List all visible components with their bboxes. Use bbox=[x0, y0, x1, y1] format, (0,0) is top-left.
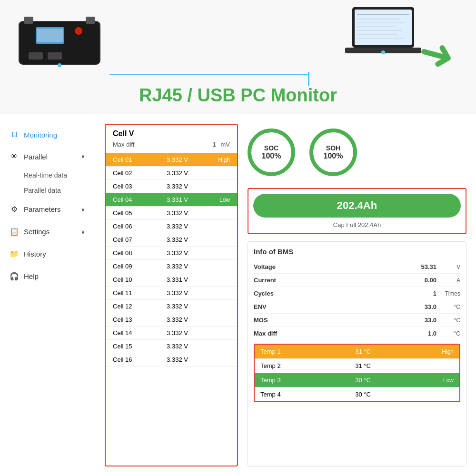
bms-title: Info of BMS bbox=[254, 248, 460, 256]
capacity-bar: 202.4Ah bbox=[253, 194, 461, 218]
bms-rows: Voltage 53.31 V Current 0.00 A Cycles 1 … bbox=[254, 260, 460, 340]
sidebar-item-monitoring[interactable]: 🖥 Monitoring bbox=[0, 124, 95, 146]
cell-voltage: 3.332 V bbox=[144, 249, 211, 257]
sidebar-item-parallel-data[interactable]: Parallel data bbox=[0, 183, 95, 198]
svg-rect-8 bbox=[48, 52, 62, 60]
help-icon: 🎧 bbox=[10, 272, 19, 281]
table-row: Cell 01 3.332 V High bbox=[106, 153, 237, 167]
bms-row: Current 0.00 A bbox=[254, 274, 460, 287]
bms-key: Cycles bbox=[254, 290, 301, 297]
svg-rect-11 bbox=[355, 10, 412, 45]
cell-voltage: 3.332 V bbox=[144, 169, 211, 177]
temp-name: Temp 1 bbox=[260, 348, 291, 355]
settings-icon: 📋 bbox=[10, 227, 19, 236]
cell-name: Cell 13 bbox=[113, 316, 144, 323]
table-row: Cell 10 3.331 V bbox=[106, 273, 237, 287]
cell-tag: High bbox=[211, 157, 230, 163]
cell-tag: Low bbox=[211, 197, 230, 203]
table-row: Temp 1 31 °C High bbox=[255, 345, 459, 359]
bms-value: 1 bbox=[301, 290, 436, 297]
temp-tag: High bbox=[435, 348, 454, 355]
laptop-image bbox=[343, 5, 424, 64]
bms-row: Voltage 53.31 V bbox=[254, 260, 460, 274]
cell-name: Cell 10 bbox=[113, 276, 144, 283]
table-row: Cell 06 3.332 V bbox=[106, 220, 237, 233]
table-row: Temp 4 30 °C bbox=[255, 387, 459, 401]
svg-point-20 bbox=[381, 50, 385, 54]
bms-unit: V bbox=[436, 264, 460, 270]
temp-name: Temp 3 bbox=[260, 377, 291, 384]
sidebar-item-parameters[interactable]: ⚙ Parameters ∨ bbox=[0, 198, 95, 220]
cell-voltage: 3.332 V bbox=[144, 183, 211, 190]
svg-rect-2 bbox=[24, 17, 33, 24]
svg-point-9 bbox=[58, 63, 61, 67]
bms-key: Current bbox=[254, 277, 301, 284]
table-row: Cell 12 3.332 V bbox=[106, 300, 237, 313]
soh-label: SOH bbox=[326, 144, 340, 152]
sidebar-item-parallel[interactable]: 👁 Parallel ∧ bbox=[0, 146, 95, 168]
info-panel: SOC 100% SOH 100% 202.4Ah Cap Full 202.4… bbox=[248, 124, 466, 466]
svg-rect-6 bbox=[37, 29, 63, 42]
cell-voltage: 3.332 V bbox=[144, 209, 211, 217]
cell-table: Cell 01 3.332 V High Cell 02 3.332 V Cel… bbox=[106, 153, 237, 367]
bms-value: 53.31 bbox=[301, 263, 436, 270]
cell-voltage: 3.332 V bbox=[144, 156, 211, 163]
cell-voltage: 3.332 V bbox=[144, 303, 211, 310]
chevron-down-icon: ∧ bbox=[81, 153, 85, 160]
cell-name: Cell 06 bbox=[113, 223, 144, 230]
cell-name: Cell 09 bbox=[113, 263, 144, 270]
cell-name: Cell 02 bbox=[113, 169, 144, 177]
table-row: Cell 13 3.332 V bbox=[106, 313, 237, 327]
cell-panel-title: Cell V bbox=[113, 129, 230, 138]
cell-name: Cell 12 bbox=[113, 303, 144, 310]
bms-row: ENV 33.0 °C bbox=[254, 300, 460, 314]
cell-voltage: 3.331 V bbox=[144, 196, 211, 203]
top-section: ➜ RJ45 / USB PC Monitor bbox=[0, 0, 476, 114]
soc-label: SOC bbox=[264, 144, 278, 152]
max-diff-row: Max diff 1 mV bbox=[113, 141, 230, 148]
cell-name: Cell 04 bbox=[113, 196, 144, 203]
battery-image bbox=[14, 7, 105, 71]
main-content: 🖥 Monitoring 👁 Parallel ∧ Real-time data… bbox=[0, 114, 476, 476]
bms-value: 33.0 bbox=[301, 317, 436, 324]
svg-rect-7 bbox=[29, 52, 43, 60]
monitor-icon: 🖥 bbox=[10, 130, 19, 139]
parallel-icon: 👁 bbox=[10, 152, 19, 161]
temp-value: 30 °C bbox=[291, 391, 435, 398]
bms-key: ENV bbox=[254, 303, 301, 310]
bms-value: 33.0 bbox=[301, 303, 436, 310]
bms-row: Cycles 1 Times bbox=[254, 287, 460, 300]
bms-key: MOS bbox=[254, 317, 301, 324]
sidebar-item-realtime[interactable]: Real-time data bbox=[0, 168, 95, 183]
bms-value: 1.0 bbox=[301, 330, 436, 337]
capacity-panel: 202.4Ah Cap Full 202.4Ah bbox=[248, 188, 466, 234]
bms-key: Max diff bbox=[254, 330, 301, 337]
cell-name: Cell 14 bbox=[113, 329, 144, 337]
sidebar-item-settings[interactable]: 📋 Settings ∨ bbox=[0, 220, 95, 243]
main-title: RJ45 / USB PC Monitor bbox=[139, 85, 337, 106]
cell-name: Cell 03 bbox=[113, 183, 144, 190]
max-diff-value: 1 bbox=[212, 141, 216, 148]
temp-value: 31 °C bbox=[291, 348, 435, 355]
connection-line bbox=[109, 74, 309, 75]
table-row: Temp 3 30 °C Low bbox=[255, 373, 459, 387]
table-row: Cell 05 3.332 V bbox=[106, 207, 237, 220]
soc-gauge: SOC 100% bbox=[248, 129, 295, 176]
soh-gauge: SOH 100% bbox=[309, 129, 357, 176]
cell-voltage: 3.332 V bbox=[144, 263, 211, 270]
bms-unit: Times bbox=[436, 290, 460, 297]
table-row: Cell 08 3.332 V bbox=[106, 247, 237, 260]
sidebar: 🖥 Monitoring 👁 Parallel ∧ Real-time data… bbox=[0, 114, 95, 476]
table-row: Cell 03 3.332 V bbox=[106, 180, 237, 193]
cell-name: Cell 07 bbox=[113, 236, 144, 243]
sidebar-item-history[interactable]: 📁 History bbox=[0, 243, 95, 265]
svg-point-4 bbox=[75, 27, 82, 35]
cell-name: Cell 01 bbox=[113, 156, 144, 163]
table-row: Cell 16 3.332 V bbox=[106, 353, 237, 367]
bms-row: MOS 33.0 °C bbox=[254, 314, 460, 327]
table-row: Cell 02 3.332 V bbox=[106, 167, 237, 180]
right-panel: Cell V Max diff 1 mV Cell 01 3.332 V Hig… bbox=[95, 114, 476, 476]
sidebar-item-help[interactable]: 🎧 Help bbox=[0, 265, 95, 288]
temp-name: Temp 2 bbox=[260, 362, 291, 369]
table-row: Cell 15 3.332 V bbox=[106, 340, 237, 353]
